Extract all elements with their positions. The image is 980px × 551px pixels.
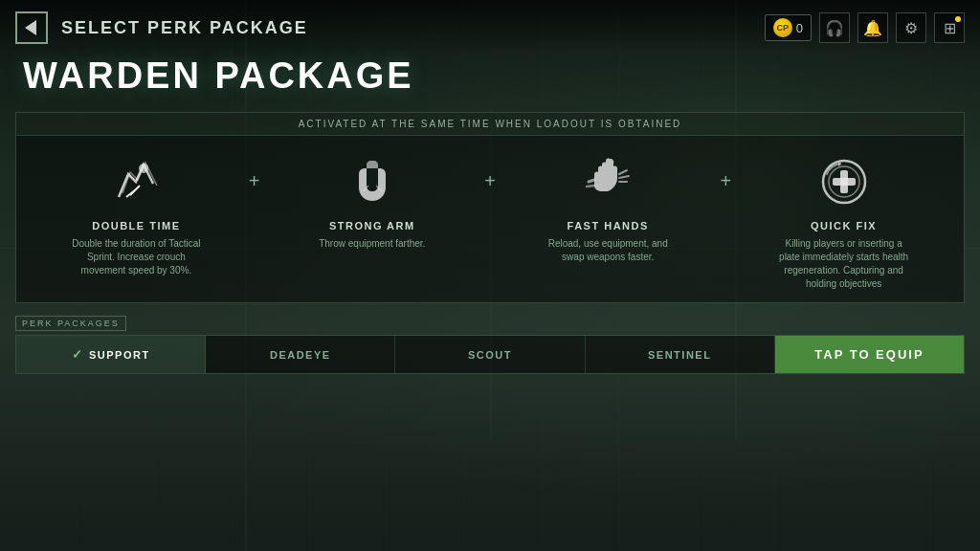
perk-quick-fix: QUICK FIX Killing players or inserting a…: [731, 151, 956, 291]
headset-icon-button[interactable]: 🎧: [819, 12, 850, 43]
perk-strong-arm-name: STRONG ARM: [329, 220, 415, 231]
package-title: WARDEN PACKAGE: [0, 52, 980, 112]
cp-icon: CP: [773, 18, 792, 37]
back-button[interactable]: [15, 11, 48, 44]
perk-fast-hands: FAST HANDS Reload, use equipment, and sw…: [496, 151, 721, 264]
package-tab-support[interactable]: ✓ SUPPORT: [16, 336, 206, 373]
package-tab-support-label: SUPPORT: [89, 349, 150, 361]
svg-point-0: [139, 164, 148, 173]
perk-packages-section: PERK PACKAGES ✓ SUPPORT DEADEYE SCOUT SE…: [15, 313, 965, 374]
header: SELECT PERK PACKAGE CP 0 🎧 🔔 ⚙ ⊞: [0, 0, 980, 52]
grid-icon-button[interactable]: ⊞: [934, 12, 965, 43]
perk-quick-fix-name: QUICK FIX: [811, 220, 877, 231]
package-tab-scout[interactable]: SCOUT: [395, 336, 585, 373]
perk-icon-arm: [342, 151, 403, 212]
cp-count: 0: [796, 21, 803, 35]
check-icon-support: ✓: [72, 347, 84, 362]
svg-rect-4: [833, 178, 856, 186]
package-tab-scout-label: SCOUT: [468, 349, 512, 361]
separator-3: +: [721, 166, 732, 192]
package-tab-sentinel[interactable]: SENTINEL: [586, 336, 775, 373]
separator-1: +: [249, 166, 260, 192]
perk-fast-hands-name: FAST HANDS: [568, 220, 649, 231]
tap-to-equip-button[interactable]: TAP TO EQUIP: [775, 336, 964, 373]
package-tab-deadeye[interactable]: DEADEYE: [206, 336, 395, 373]
perk-strong-arm: STRONG ARM Throw equipment farther.: [259, 151, 484, 251]
perk-strong-arm-desc: Throw equipment farther.: [319, 237, 425, 251]
activated-banner: ACTIVATED AT THE SAME TIME WHEN LOADOUT …: [16, 113, 964, 136]
perk-fast-hands-desc: Reload, use equipment, and swap weapons …: [541, 237, 675, 264]
perk-icon-fix: [813, 151, 875, 212]
perk-quick-fix-desc: Killing players or inserting a plate imm…: [777, 237, 911, 291]
perk-double-time-desc: Double the duration of Tactical Sprint. …: [69, 237, 203, 277]
perk-icon-sprint: [105, 151, 167, 212]
separator-2: +: [484, 166, 496, 192]
package-tab-deadeye-label: DEADEYE: [270, 349, 331, 361]
cp-badge: CP 0: [765, 14, 812, 41]
tap-to-equip-label: TAP TO EQUIP: [814, 347, 924, 362]
notification-icon-button[interactable]: 🔔: [858, 12, 888, 43]
perk-icon-hands: [577, 151, 638, 212]
page-title: SELECT PERK PACKAGE: [61, 18, 751, 38]
header-icons: CP 0 🎧 🔔 ⚙ ⊞: [765, 12, 965, 43]
back-icon: [25, 20, 36, 35]
packages-row: ✓ SUPPORT DEADEYE SCOUT SENTINEL TAP TO …: [15, 335, 965, 374]
package-tab-sentinel-label: SENTINEL: [648, 349, 711, 361]
perks-panel: ACTIVATED AT THE SAME TIME WHEN LOADOUT …: [15, 112, 965, 303]
perk-double-time-name: DOUBLE TIME: [92, 220, 180, 231]
settings-icon-button[interactable]: ⚙: [896, 12, 926, 43]
perk-double-time: DOUBLE TIME Double the duration of Tacti…: [24, 151, 249, 277]
perk-packages-label: PERK PACKAGES: [15, 316, 126, 331]
perks-row: DOUBLE TIME Double the duration of Tacti…: [16, 136, 964, 302]
